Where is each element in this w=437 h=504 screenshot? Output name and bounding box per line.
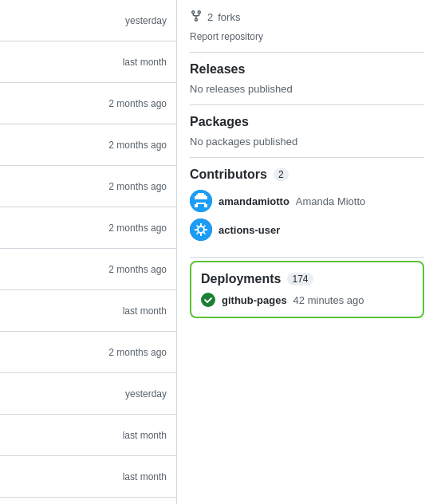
packages-heading: Packages: [190, 115, 424, 129]
report-repository-link[interactable]: Report repository: [190, 31, 263, 42]
forks-section: 2 forks Report repository: [190, 0, 424, 53]
avatar: [190, 190, 212, 212]
timestamp-text: 2 months ago: [108, 222, 167, 234]
svg-rect-9: [190, 219, 212, 241]
timestamp-text: last month: [123, 430, 167, 441]
svg-rect-6: [196, 203, 206, 204]
timestamp-text: 2 months ago: [108, 140, 167, 151]
contributor-username: actions-user: [218, 224, 280, 236]
contributors-heading-row: Contributors 2: [190, 167, 424, 182]
packages-empty-text: No packages published: [190, 136, 424, 148]
timestamp-row: last month: [0, 290, 176, 332]
timestamp-row: 2 months ago: [0, 249, 176, 290]
timestamp-row: 2 months ago: [0, 166, 176, 207]
deployment-name: github-pages: [222, 294, 287, 306]
timestamp-row: yesterday: [0, 373, 176, 415]
deployment-time: 42 minutes ago: [293, 294, 364, 306]
forks-count: 2: [207, 11, 213, 23]
timestamp-row: yesterday: [0, 0, 176, 41]
avatar: [190, 219, 212, 241]
svg-rect-1: [198, 193, 204, 195]
releases-heading: Releases: [190, 62, 424, 77]
page-layout: yesterday last month 2 months ago 2 mont…: [0, 0, 437, 504]
timestamp-row: 2 months ago: [0, 332, 176, 373]
svg-rect-3: [195, 196, 207, 199]
svg-rect-8: [204, 204, 207, 207]
timestamp-text: 2 months ago: [108, 264, 167, 275]
left-timestamps-column: yesterday last month 2 months ago 2 mont…: [0, 0, 177, 504]
deployment-row[interactable]: github-pages 42 minutes ago: [201, 293, 413, 307]
releases-empty-text: No releases published: [190, 83, 424, 95]
timestamp-row: last month: [0, 456, 176, 498]
deployments-section: Deployments 174 github-pages 42 minutes …: [190, 261, 424, 318]
contributors-count-badge: 2: [274, 168, 289, 181]
deployment-success-icon: [201, 293, 215, 307]
timestamp-text: yesterday: [125, 15, 167, 26]
svg-rect-5: [203, 199, 204, 201]
timestamp-row: last month: [0, 41, 176, 83]
contributor-row[interactable]: actions-user: [190, 219, 424, 241]
deployments-count-badge: 174: [287, 273, 313, 285]
timestamp-text: last month: [123, 471, 167, 482]
releases-section: Releases No releases published: [190, 53, 424, 105]
timestamp-text: 2 months ago: [108, 347, 167, 358]
timestamp-text: 2 months ago: [108, 98, 167, 109]
forks-label: forks: [218, 11, 240, 23]
svg-rect-2: [196, 195, 206, 196]
forks-row: 2 forks: [190, 10, 424, 25]
contributors-section: Contributors 2: [190, 158, 424, 258]
svg-rect-7: [195, 204, 198, 207]
timestamp-row: 2 months ago: [0, 83, 176, 124]
right-sidebar-column: 2 forks Report repository Releases No re…: [177, 0, 437, 504]
timestamp-row: last month: [0, 415, 176, 456]
fork-icon: [190, 10, 203, 25]
contributor-username: amandamiotto: [218, 195, 289, 207]
contributors-heading: Contributors: [190, 167, 267, 182]
svg-rect-4: [198, 199, 199, 201]
contributor-fullname: Amanda Miotto: [296, 195, 365, 207]
timestamp-row: 2 months ago: [0, 207, 176, 249]
deployments-heading-row: Deployments 174: [201, 272, 413, 286]
timestamp-text: yesterday: [125, 388, 167, 400]
timestamp-text: 2 months ago: [108, 181, 167, 192]
packages-section: Packages No packages published: [190, 105, 424, 158]
contributor-row[interactable]: amandamiotto Amanda Miotto: [190, 190, 424, 212]
deployments-heading: Deployments: [201, 272, 281, 286]
timestamp-row: 2 months ago: [0, 124, 176, 166]
timestamp-text: last month: [123, 305, 167, 317]
timestamp-text: last month: [123, 57, 167, 68]
